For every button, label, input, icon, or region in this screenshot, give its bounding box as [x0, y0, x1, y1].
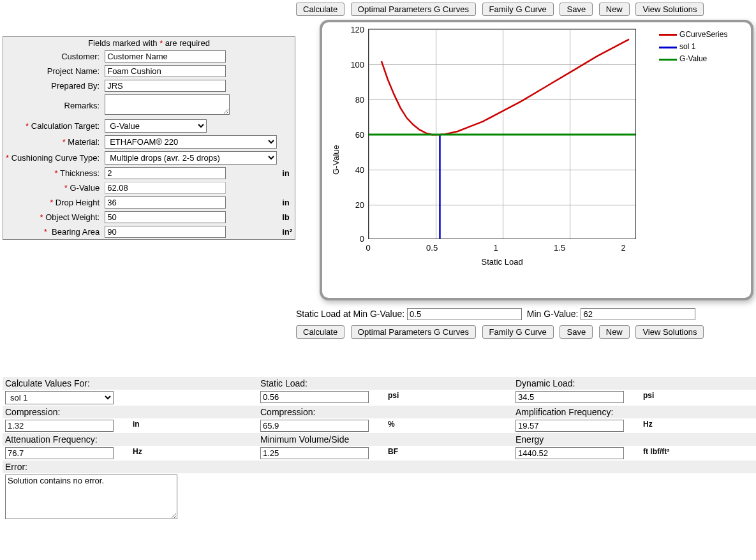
family-curve-button-2[interactable]: Family G Curve: [482, 325, 554, 339]
calc-target-select[interactable]: G-Value: [105, 119, 207, 133]
remarks-label: Remarks:: [3, 93, 103, 118]
y-axis-label: G-Value: [329, 29, 343, 291]
remarks-field[interactable]: [105, 94, 230, 115]
error-field[interactable]: [5, 475, 177, 519]
drop-field[interactable]: [105, 196, 226, 209]
optimal-params-button[interactable]: Optimal Parameters G Curves: [351, 3, 476, 16]
weight-unit: lb: [279, 210, 295, 225]
mid-values: Static Load at Min G-Value: Min G-Value:: [296, 308, 753, 320]
calc-for-label: Calculate Values For:: [3, 377, 258, 390]
prepared-label: Prepared By:: [3, 78, 103, 93]
save-button-2[interactable]: Save: [560, 325, 593, 339]
dynamic-field[interactable]: [515, 391, 624, 403]
drop-unit: in: [279, 195, 295, 210]
min-g-field[interactable]: [581, 308, 695, 320]
energy-unit: ft lbf/ft³: [641, 446, 756, 461]
amp-field[interactable]: [515, 420, 624, 432]
input-form: Fields marked with * are required Custom…: [3, 36, 295, 240]
y-ticks: 120 100 80 60 40 20 0: [343, 29, 367, 291]
atten-field[interactable]: [5, 447, 114, 459]
save-button[interactable]: Save: [560, 3, 593, 16]
legend: GCurveSeries sol 1 G-Value: [659, 29, 727, 291]
x-axis-label: Static Load: [368, 257, 636, 267]
prepared-field[interactable]: [105, 80, 226, 92]
bearing-unit: in²: [279, 225, 295, 240]
dynamic-label: Dynamic Load:: [513, 377, 756, 390]
amp-unit: Hz: [641, 418, 756, 433]
chart: G-Value 120 100 80 60 40 20 0 0: [320, 20, 753, 300]
comp-in-label: Compression:: [3, 406, 258, 418]
new-button[interactable]: New: [599, 3, 630, 16]
static-at-min-label: Static Load at Min G-Value:: [296, 309, 404, 319]
customer-label: Customer:: [3, 49, 103, 64]
calculate-button-2[interactable]: Calculate: [296, 325, 345, 339]
energy-field[interactable]: [515, 447, 624, 459]
new-button-2[interactable]: New: [599, 325, 630, 339]
weight-field[interactable]: [105, 211, 226, 223]
calc-target-label: Calculation Target:: [31, 121, 100, 131]
gvalue-label: G-Value: [70, 183, 100, 193]
vol-field[interactable]: [260, 447, 369, 459]
thickness-label: Thickness:: [60, 168, 100, 178]
gvalue-field[interactable]: [105, 182, 226, 194]
weight-label: Object Weight:: [45, 212, 100, 222]
required-note: Fields marked with * are required: [3, 37, 295, 50]
energy-label: Energy: [513, 433, 756, 446]
family-curve-button[interactable]: Family G Curve: [482, 3, 554, 16]
error-label: Error:: [3, 461, 756, 473]
vol-label: Minimum Volume/Side: [258, 433, 513, 446]
atten-unit: Hz: [130, 446, 258, 461]
results-panel: Calculate Values For: Static Load: Dynam…: [3, 377, 753, 522]
static-at-min-field[interactable]: [407, 308, 522, 320]
mid-toolbar: Calculate Optimal Parameters G Curves Fa…: [296, 325, 753, 339]
drop-label: Drop Height: [56, 198, 100, 207]
static-load-field[interactable]: [260, 391, 369, 403]
customer-field[interactable]: [105, 50, 226, 63]
comp-pct-unit: %: [385, 418, 513, 433]
thickness-unit: in: [279, 166, 295, 181]
comp-pct-label: Compression:: [258, 406, 513, 418]
atten-label: Attenuation Frequency:: [3, 433, 258, 446]
calculate-button[interactable]: Calculate: [296, 3, 345, 16]
curve-type-select[interactable]: Multiple drops (avr. 2-5 drops): [105, 151, 277, 165]
curve-type-label: Cushioning Curve Type:: [11, 153, 100, 163]
plot-area: [368, 29, 636, 239]
min-g-label: Min G-Value:: [527, 309, 579, 319]
top-toolbar: Calculate Optimal Parameters G Curves Fa…: [296, 3, 753, 16]
view-solutions-button[interactable]: View Solutions: [635, 3, 704, 16]
static-load-label: Static Load:: [258, 377, 513, 390]
comp-in-field[interactable]: [5, 420, 114, 432]
comp-in-unit: in: [130, 418, 258, 433]
amp-label: Amplification Frequency:: [513, 406, 756, 418]
vol-unit: BF: [385, 446, 513, 461]
bearing-label: Bearing Area: [52, 227, 100, 237]
comp-pct-field[interactable]: [260, 420, 369, 432]
material-select[interactable]: ETHAFOAM® 220: [105, 135, 277, 149]
project-label: Project Name:: [3, 64, 103, 78]
thickness-field[interactable]: [105, 167, 226, 179]
material-label: Material:: [68, 137, 100, 147]
calc-for-select[interactable]: sol 1: [5, 391, 114, 404]
project-field[interactable]: [105, 65, 226, 77]
dynamic-unit: psi: [641, 390, 756, 406]
bearing-field[interactable]: [105, 226, 226, 238]
optimal-params-button-2[interactable]: Optimal Parameters G Curves: [351, 325, 476, 339]
view-solutions-button-2[interactable]: View Solutions: [635, 325, 704, 339]
static-load-unit: psi: [385, 390, 513, 406]
